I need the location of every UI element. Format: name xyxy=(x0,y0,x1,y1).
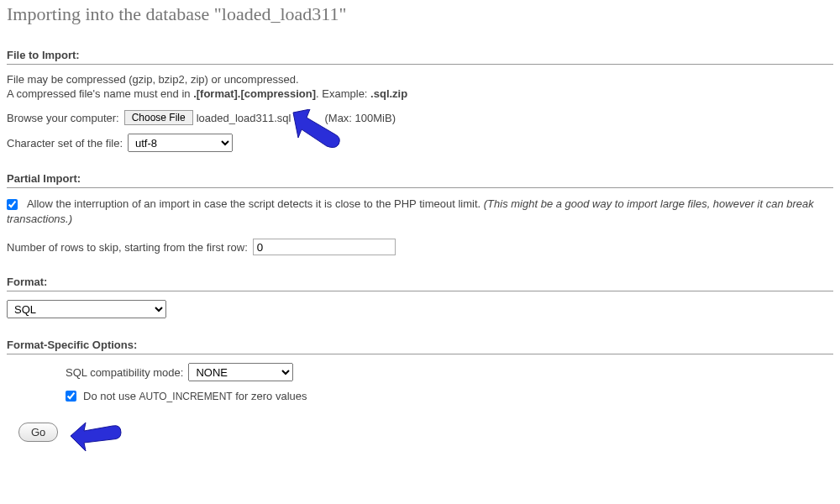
skip-rows-label: Number of rows to skip, starting from th… xyxy=(7,241,248,254)
auto-increment-checkbox[interactable] xyxy=(66,391,76,402)
allow-interrupt-checkbox[interactable] xyxy=(7,199,18,210)
partial-import-heading: Partial Import: xyxy=(7,172,833,188)
page-title: Importing into the database "loaded_load… xyxy=(7,3,833,25)
go-button[interactable]: Go xyxy=(18,423,58,442)
skip-rows-input[interactable] xyxy=(253,239,396,255)
format-section: Format: SQL xyxy=(7,276,833,318)
browse-row: Browse your computer: Choose File loaded… xyxy=(7,110,833,125)
browse-label: Browse your computer: xyxy=(7,112,119,124)
selected-filename: loaded_load311.sql xyxy=(197,112,291,124)
charset-label: Character set of the file: xyxy=(7,137,123,150)
format-specific-section: Format-Specific Options: SQL compatibili… xyxy=(7,339,833,402)
hint2-mid: . Example: xyxy=(316,87,370,100)
hint2-format-bold: .[format].[compression] xyxy=(193,87,316,100)
charset-row: Character set of the file: utf-8 xyxy=(7,134,833,152)
hint2-example-bold: .sql.zip xyxy=(370,87,407,100)
compress-hint-2: A compressed file's name must end in .[f… xyxy=(7,87,833,100)
max-size-label: (Max: 100MiB) xyxy=(324,112,396,124)
compat-select[interactable]: NONE xyxy=(188,363,293,381)
ai-text-pre: Do not use xyxy=(83,390,139,402)
skip-rows-row: Number of rows to skip, starting from th… xyxy=(7,239,833,255)
ai-text-post: for zero values xyxy=(233,390,307,402)
format-specific-heading: Format-Specific Options: xyxy=(7,339,833,354)
compat-row: SQL compatibility mode: NONE xyxy=(66,363,833,381)
allow-interrupt-text: Allow the interruption of an import in c… xyxy=(27,197,484,210)
auto-increment-label: Do not use AUTO_INCREMENT for zero value… xyxy=(83,390,307,402)
compress-hint-1: File may be compressed (gzip, bzip2, zip… xyxy=(7,73,833,86)
file-to-import-section: File to Import: File may be compressed (… xyxy=(7,49,833,152)
ai-text-code: AUTO_INCREMENT xyxy=(139,391,233,402)
partial-import-section: Partial Import: Allow the interruption o… xyxy=(7,172,833,255)
auto-increment-row: Do not use AUTO_INCREMENT for zero value… xyxy=(66,390,833,402)
go-row: Go xyxy=(7,423,833,456)
compat-label: SQL compatibility mode: xyxy=(66,366,183,379)
format-heading: Format: xyxy=(7,276,833,291)
format-select[interactable]: SQL xyxy=(7,300,166,318)
hint2-pre: A compressed file's name must end in xyxy=(7,87,193,100)
file-to-import-heading: File to Import: xyxy=(7,49,833,65)
choose-file-button[interactable]: Choose File xyxy=(124,110,193,125)
arrow-icon xyxy=(66,417,124,454)
allow-interrupt-row: Allow the interruption of an import in c… xyxy=(7,197,833,227)
charset-select[interactable]: utf-8 xyxy=(128,134,233,152)
